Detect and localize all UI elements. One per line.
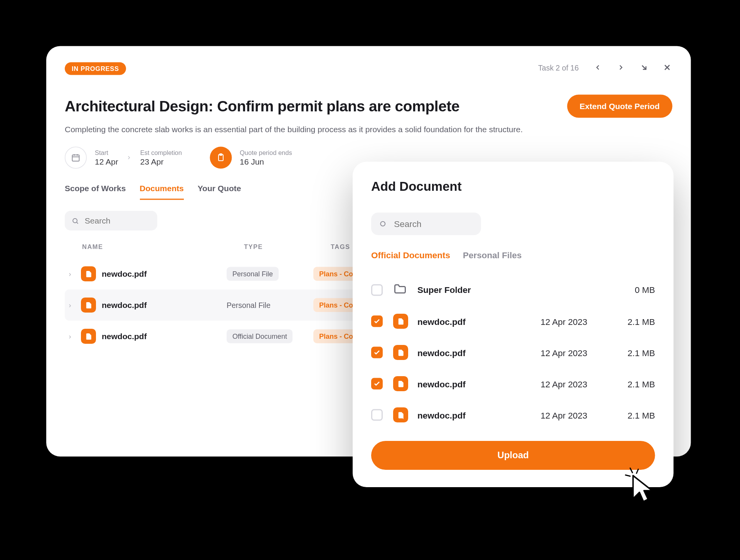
quote-period-date: Quote period ends 16 Jun [240, 149, 292, 166]
type-pill: Personal File [227, 267, 279, 281]
page-title: Architectural Design: Confirm permit pla… [65, 97, 459, 115]
file-icon [393, 407, 408, 422]
check-icon [373, 349, 380, 356]
item-date: 12 Apr 2023 [541, 316, 610, 326]
type-pill: Official Document [227, 329, 293, 343]
chevron-left-icon [594, 63, 602, 71]
task-counter: Task 2 of 16 [538, 63, 579, 72]
search-icon [379, 219, 387, 228]
list-item[interactable]: newdoc.pdf 12 Apr 2023 2.1 MB [371, 368, 655, 399]
calendar-icon [65, 146, 87, 168]
type-label: Personal File [227, 301, 271, 310]
list-item[interactable]: Super Folder 0 MB [371, 274, 655, 306]
tab-documents[interactable]: Documents [140, 183, 183, 200]
tab-scope[interactable]: Scope of Works [65, 183, 126, 200]
item-date: 12 Apr 2023 [541, 410, 610, 420]
expand-row-button[interactable]: › [65, 270, 75, 278]
svg-line-9 [77, 222, 78, 223]
item-size: 2.1 MB [615, 316, 655, 326]
arrow-down-right-icon [639, 63, 649, 72]
file-icon [393, 345, 408, 360]
checkbox[interactable] [371, 378, 383, 389]
file-icon [393, 314, 408, 329]
item-size: 2.1 MB [615, 410, 655, 420]
tab-official-documents[interactable]: Official Documents [371, 250, 450, 260]
extend-quote-button[interactable]: Extend Quote Period [567, 94, 673, 118]
list-item[interactable]: newdoc.pdf 12 Apr 2023 2.1 MB [371, 306, 655, 337]
item-name: newdoc.pdf [417, 316, 536, 326]
modal-search-input[interactable] [394, 219, 473, 229]
check-icon [373, 318, 380, 325]
close-button[interactable] [661, 61, 674, 74]
clipboard-icon [210, 146, 232, 168]
add-document-modal: Add Document Official Documents Personal… [353, 161, 674, 487]
checkbox[interactable] [371, 284, 383, 295]
file-name: newdoc.pdf [102, 269, 147, 278]
modal-file-list: Super Folder 0 MB newdoc.pdf 12 Apr 2023… [371, 274, 655, 431]
item-name: newdoc.pdf [417, 347, 536, 357]
next-task-button[interactable] [615, 61, 627, 74]
modal-tabs: Official Documents Personal Files [371, 250, 655, 260]
col-type: TYPE [244, 243, 331, 250]
close-icon [663, 63, 672, 72]
chevron-right-icon [126, 155, 132, 160]
page-subtitle: Completing the concrete slab works is an… [65, 124, 673, 134]
item-name: newdoc.pdf [417, 378, 536, 388]
minimize-button[interactable] [638, 61, 651, 74]
expand-row-button[interactable]: › [65, 301, 75, 309]
folder-icon [393, 282, 413, 298]
checkbox[interactable] [371, 409, 383, 420]
chevron-right-icon [617, 63, 625, 71]
modal-title: Add Document [371, 179, 655, 194]
svg-point-10 [380, 221, 385, 226]
expand-row-button[interactable]: › [65, 332, 75, 340]
prev-task-button[interactable] [592, 61, 604, 74]
tab-personal-files[interactable]: Personal Files [463, 250, 522, 260]
file-icon [81, 298, 96, 313]
item-name: Super Folder [417, 285, 536, 295]
item-date: 12 Apr 2023 [541, 378, 610, 388]
item-size: 2.1 MB [615, 347, 655, 357]
file-name: newdoc.pdf [102, 331, 147, 341]
list-item[interactable]: newdoc.pdf 12 Apr 2023 2.1 MB [371, 337, 655, 368]
file-icon [393, 376, 408, 391]
tab-quote[interactable]: Your Quote [198, 183, 241, 200]
est-completion-date: Est completion 23 Apr [140, 149, 182, 166]
item-name: newdoc.pdf [417, 410, 536, 420]
checkbox[interactable] [371, 346, 383, 358]
modal-search-field[interactable] [371, 212, 481, 235]
item-size: 0 MB [615, 285, 655, 295]
checkbox[interactable] [371, 315, 383, 327]
list-item[interactable]: newdoc.pdf 12 Apr 2023 2.1 MB [371, 399, 655, 431]
search-input[interactable] [85, 216, 150, 225]
search-icon [72, 216, 79, 225]
col-name: NAME [82, 243, 244, 250]
start-date: Start 12 Apr [95, 149, 118, 166]
search-field[interactable] [65, 211, 157, 230]
file-icon [81, 329, 96, 344]
status-badge: IN PROGRESS [65, 62, 126, 75]
upload-button[interactable]: Upload [371, 441, 655, 470]
file-name: newdoc.pdf [102, 300, 147, 309]
file-icon [81, 266, 96, 281]
svg-rect-2 [72, 155, 79, 161]
top-actions: Task 2 of 16 [538, 61, 673, 74]
item-size: 2.1 MB [615, 378, 655, 388]
check-icon [373, 380, 380, 387]
item-date: 12 Apr 2023 [541, 347, 610, 357]
svg-point-8 [73, 218, 77, 222]
